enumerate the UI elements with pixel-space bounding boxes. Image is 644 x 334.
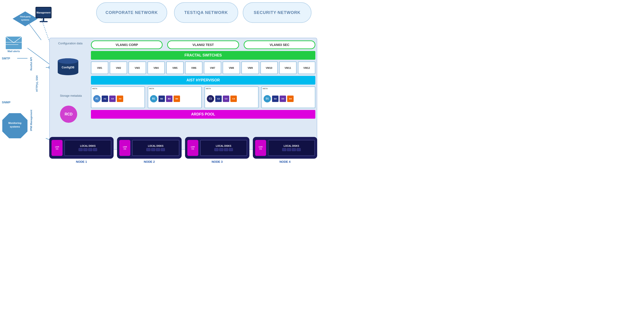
- aist-hypervisor-bar: AIST HYPERVISOR: [91, 76, 315, 85]
- local-disks-2: LOCAL DISKS: [132, 140, 179, 156]
- cloud-security: SECURITY NETWORK: [243, 2, 312, 23]
- vlan01-corp: VLAN01 CORP: [91, 40, 162, 49]
- architecture-diagram: CORPORATE NETWORK TEST/QA NETWORK SECURI…: [0, 0, 322, 167]
- node-2-box: vAIROS LOCAL DISKS: [117, 137, 182, 159]
- svg-text:Monitoring: Monitoring: [8, 122, 22, 124]
- disk-a1: A1: [93, 95, 100, 102]
- cloud-test-label: TEST/QA NETWORK: [184, 10, 228, 15]
- storage-node-d: META D1 D2 D3 D4: [261, 86, 315, 108]
- node-1-box: vAIROS LOCAL DISKS: [49, 137, 114, 159]
- disk-d4: D4: [287, 96, 294, 102]
- node-4-box: vAIROS LOCAL DISKS: [253, 137, 317, 159]
- cloud-corporate: CORPORATE NETWORK: [96, 2, 167, 23]
- node-3-container: vAIROS LOCAL DISKS NODE 3: [185, 137, 250, 164]
- storage-node-b: META B1 B2 B3 B4: [148, 86, 202, 108]
- ardfs-pool-bar: ARDFS POOL: [91, 110, 315, 119]
- bottom-nodes-row: vAIROS LOCAL DISKS NODE 1 vAIROS LOC: [49, 137, 317, 164]
- svg-text:systems: systems: [10, 125, 20, 128]
- svg-point-22: [58, 58, 78, 64]
- vm-box-11: VM11: [279, 61, 296, 74]
- vm-box-2: VM2: [110, 61, 127, 74]
- local-disks-label-1: LOCAL DISKS: [80, 145, 96, 147]
- disk-b3: B3: [166, 96, 172, 102]
- cloud-corporate-label: CORPORATE NETWORK: [106, 10, 158, 15]
- storage-metadata-label: Storage metadata: [53, 94, 89, 97]
- smtp-label: SMTP: [2, 57, 10, 60]
- monitoring-systems: Monitoring systems: [1, 112, 29, 140]
- vm-box-3: VM3: [128, 61, 146, 74]
- vlan-row: VLAN01 CORP VLAN02 TEST VLAN03 SEC: [91, 39, 315, 49]
- vlan03-sec: VLAN03 SEC: [244, 40, 315, 49]
- disk-c1: C1: [207, 95, 214, 102]
- local-disks-label-4: LOCAL DISKS: [284, 145, 299, 147]
- storage-node-c: META C1 C2 C3 C4: [204, 86, 258, 108]
- vm-row: VM1 VM2 VM3 VM4 VM5 VM6 VM7 VM8 VM9 VM10…: [91, 61, 315, 74]
- main-architecture-container: Configuration data ConfigDB Storage meta…: [49, 38, 317, 150]
- local-disks-1: LOCAL DISKS: [64, 140, 111, 156]
- vm-box-7: VM7: [204, 61, 221, 74]
- rcd-circle: RCD: [60, 106, 77, 123]
- vm-box-4: VM4: [148, 61, 165, 74]
- node-3-label: NODE 3: [212, 160, 222, 164]
- disk-b2: B2: [158, 96, 165, 102]
- mail-alerts-icon: Mail alerts: [4, 35, 25, 55]
- storage-node-a: META A1 A2 A3 A4: [91, 86, 145, 108]
- management-pc: Management: [36, 7, 52, 22]
- cloud-test: TEST/QA NETWORK: [174, 2, 238, 23]
- local-disks-label-3: LOCAL DISKS: [216, 145, 231, 147]
- disk-d1: D1: [264, 95, 271, 102]
- disk-a3: A3: [109, 96, 116, 102]
- snmp-label: SNMP: [2, 101, 10, 104]
- local-disks-label-2: LOCAL DISKS: [148, 145, 164, 147]
- right-content-area: VLAN01 CORP VLAN02 TEST VLAN03 SEC FRACT…: [91, 39, 315, 149]
- svg-text:Third-party: Third-party: [20, 15, 31, 18]
- vm-box-12: VM12: [298, 61, 315, 74]
- vair-os-4: vAIROS: [255, 140, 266, 156]
- vm-box-1: VM1: [91, 61, 108, 74]
- disk-a2: A2: [102, 96, 108, 102]
- vm-box-10: VM10: [260, 61, 278, 74]
- vair-os-1: vAIROS: [52, 140, 62, 156]
- vair-os-2: vAIROS: [119, 140, 130, 156]
- disk-a4: A4: [117, 96, 123, 102]
- config-area: Configuration data ConfigDB Storage meta…: [52, 40, 89, 123]
- svg-text:Mail alerts: Mail alerts: [8, 50, 20, 53]
- meta-label-b: META: [149, 88, 154, 90]
- node-2-label: NODE 2: [144, 160, 155, 164]
- node-4-container: vAIROS LOCAL DISKS NODE 4: [253, 137, 317, 164]
- disk-b4: B4: [174, 96, 180, 102]
- disk-c3: C3: [223, 96, 229, 102]
- config-data-label: Configuration data: [52, 42, 89, 45]
- local-disks-3: LOCAL DISKS: [200, 140, 247, 156]
- svg-text:ConfigDB: ConfigDB: [62, 66, 74, 69]
- disk-d2: D2: [272, 96, 278, 102]
- ipmi-label: IPMI Management: [30, 110, 32, 131]
- node-1-label: NODE 1: [76, 160, 87, 164]
- node-4-label: NODE 4: [280, 160, 290, 164]
- node-3-box: vAIROS LOCAL DISKS: [185, 137, 250, 159]
- vm-box-5: VM5: [166, 61, 184, 74]
- disk-b1: B1: [150, 95, 157, 102]
- disk-d3: D3: [280, 96, 286, 102]
- meta-label-d: META: [263, 88, 268, 90]
- disk-c2: C2: [215, 96, 222, 102]
- vm-box-8: VM8: [222, 61, 240, 74]
- storage-nodes-row: META A1 A2 A3 A4 META B1 B2 B3 B4: [91, 86, 315, 108]
- vair-os-3: vAIROS: [187, 140, 198, 156]
- vlan02-test: VLAN02 TEST: [167, 40, 239, 49]
- node-1-container: vAIROS LOCAL DISKS NODE 1: [49, 137, 114, 164]
- third-party-systems: Third-party systems: [12, 11, 38, 26]
- node-2-container: vAIROS LOCAL DISKS NODE 2: [117, 137, 182, 164]
- restful-api-label: Restful API: [30, 57, 32, 70]
- svg-text:systems: systems: [21, 19, 29, 21]
- configdb-icon: ConfigDB: [56, 56, 80, 78]
- vm-box-9: VM9: [242, 61, 259, 74]
- disk-c4: C4: [230, 96, 237, 102]
- cloud-security-label: SECURITY NETWORK: [254, 10, 301, 15]
- meta-label-c: META: [206, 88, 211, 90]
- local-disks-4: LOCAL DISKS: [268, 140, 315, 156]
- vm-box-6: VM6: [185, 61, 202, 74]
- svg-point-21: [58, 70, 78, 75]
- fractal-switches-bar: FRACTAL SWITCHES: [91, 51, 315, 60]
- https-ssh-label: HTTP(s), SSH: [36, 75, 38, 92]
